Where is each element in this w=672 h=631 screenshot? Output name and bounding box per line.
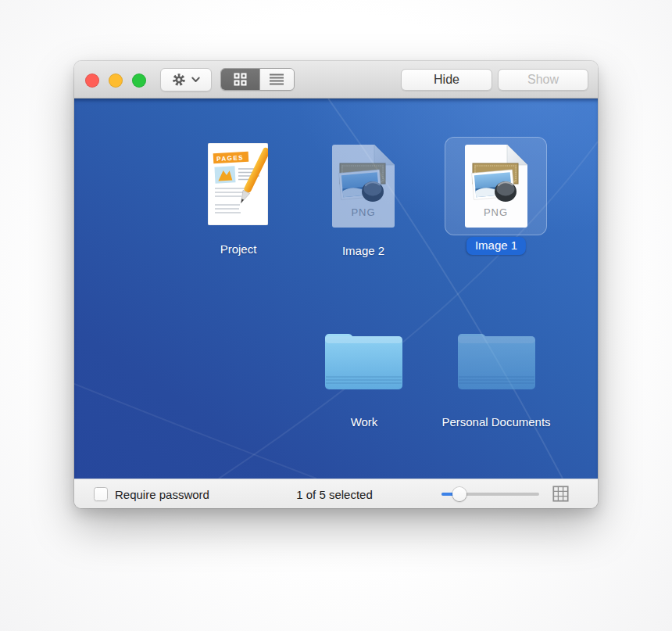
minimize-button[interactable] bbox=[109, 73, 123, 88]
show-button[interactable]: Show bbox=[498, 69, 588, 91]
zoom-button[interactable] bbox=[132, 73, 146, 88]
png-type-badge: PNG bbox=[465, 206, 527, 218]
require-password-checkbox[interactable] bbox=[94, 487, 108, 501]
action-menu-button[interactable] bbox=[160, 68, 212, 91]
png-type-badge: PNG bbox=[332, 206, 395, 218]
folder-icon-personal-documents[interactable] bbox=[456, 327, 538, 391]
thumbnail-size-slider[interactable] bbox=[441, 479, 539, 509]
view-mode-segmented-control bbox=[220, 68, 295, 91]
folder-label-work[interactable]: Work bbox=[351, 414, 378, 430]
selection-status: 1 of 5 selected bbox=[296, 479, 373, 509]
list-view-button[interactable] bbox=[259, 69, 294, 90]
hide-button[interactable]: Hide bbox=[401, 69, 492, 91]
slider-thumb[interactable] bbox=[452, 487, 466, 501]
file-icon-project[interactable]: PAGES bbox=[208, 143, 268, 225]
grid-view-button[interactable] bbox=[221, 69, 259, 90]
folder-label-personal-documents[interactable]: Personal Documents bbox=[441, 414, 550, 430]
file-label-project[interactable]: Project bbox=[220, 242, 257, 257]
file-icon-image1[interactable]: PNG bbox=[465, 145, 527, 228]
list-view-icon bbox=[269, 73, 284, 85]
folder-icon-work[interactable] bbox=[323, 327, 405, 391]
close-button[interactable] bbox=[85, 73, 99, 88]
pages-banner-text: PAGES bbox=[216, 154, 244, 163]
grid-size-icon[interactable] bbox=[552, 486, 569, 502]
gear-icon bbox=[172, 73, 186, 87]
file-canvas[interactable]: PAGES Project bbox=[74, 99, 598, 479]
selection-highlight[interactable]: PNG bbox=[445, 137, 547, 235]
status-bar: Require password 1 of 5 selected bbox=[74, 479, 598, 508]
app-window: Hide Show PAGES bbox=[74, 61, 598, 508]
file-icon-image2[interactable]: PNG bbox=[332, 145, 395, 228]
file-label-image2[interactable]: Image 2 bbox=[342, 243, 384, 259]
chevron-down-icon bbox=[191, 77, 200, 83]
require-password-label[interactable]: Require password bbox=[115, 479, 209, 509]
file-label-image1-selected[interactable]: Image 1 bbox=[466, 237, 526, 255]
title-bar: Hide Show bbox=[74, 61, 598, 99]
grid-view-icon bbox=[233, 72, 248, 87]
